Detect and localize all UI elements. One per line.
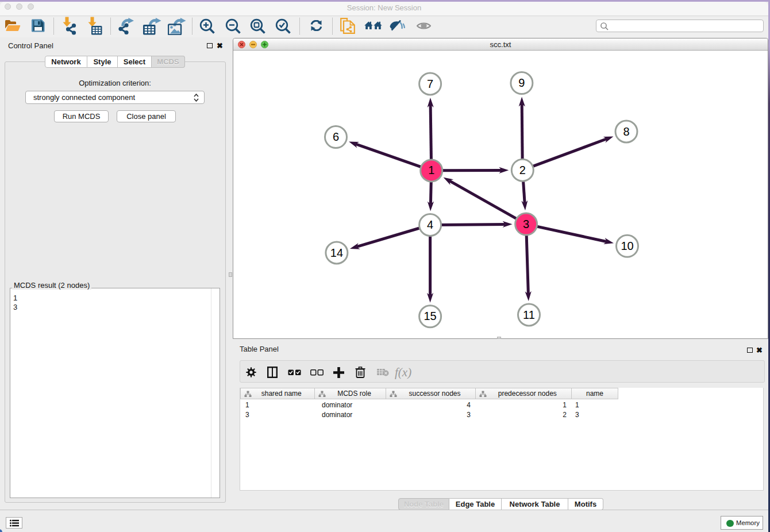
svg-text:7: 7 [427, 78, 433, 90]
svg-text:2: 2 [519, 164, 526, 176]
svg-text:6: 6 [333, 130, 339, 143]
svg-text:4: 4 [427, 218, 433, 231]
svg-text:10: 10 [621, 240, 633, 252]
svg-text:1: 1 [428, 164, 434, 176]
svg-text:15: 15 [424, 310, 436, 322]
svg-text:14: 14 [330, 246, 343, 259]
svg-text:8: 8 [623, 125, 629, 138]
svg-text:11: 11 [523, 309, 535, 321]
svg-text:9: 9 [518, 76, 525, 89]
svg-text:3: 3 [523, 218, 529, 230]
